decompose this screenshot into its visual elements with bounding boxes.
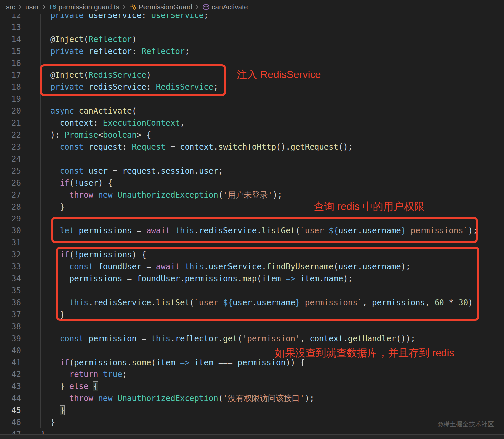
code-line-content: this.redisService.listSet(`user_${user.u… (41, 297, 473, 309)
code-line[interactable]: 33 const foundUser = await this.userServ… (0, 261, 504, 273)
line-number[interactable]: 39 (0, 333, 21, 345)
code-line-content: const request: Request = context.switchT… (41, 141, 353, 153)
line-number[interactable]: 35 (0, 285, 21, 297)
code-line[interactable]: 22 ): Promise<boolean> { (0, 129, 504, 141)
code-line-content: ): Promise<boolean> { (41, 129, 151, 141)
line-number[interactable]: 32 (0, 249, 21, 261)
line-number[interactable]: 38 (0, 321, 21, 333)
code-line-content: @Inject(RedisService) (41, 69, 151, 81)
chevron-right-icon (122, 4, 127, 10)
breadcrumb-item-permissionguard[interactable]: PermissionGuard (129, 3, 192, 11)
line-number[interactable]: 15 (0, 45, 21, 57)
code-line[interactable]: 34 permissions = foundUser.permissions.m… (0, 273, 504, 285)
line-number[interactable]: 19 (0, 93, 21, 105)
code-line-content: context: ExecutionContext, (41, 117, 185, 129)
typescript-file-icon: TS (49, 4, 57, 10)
code-line-content: return true; (41, 368, 127, 380)
code-line-content: const foundUser = await this.userService… (41, 261, 411, 273)
line-number[interactable]: 41 (0, 357, 21, 368)
breadcrumb-label: src (6, 3, 15, 11)
breadcrumb-label: user (25, 3, 39, 11)
code-line-content: @Inject(Reflector) (41, 33, 137, 45)
code-line-content: throw new UnauthorizedException('用户未登录')… (41, 189, 282, 201)
line-number[interactable]: 30 (0, 225, 21, 237)
line-number[interactable]: 29 (0, 213, 21, 225)
line-number[interactable]: 42 (0, 368, 21, 380)
line-number[interactable]: 43 (0, 380, 21, 392)
code-line[interactable]: 28 } (0, 201, 504, 213)
code-line[interactable]: 44 throw new UnauthorizedException('没有权限… (0, 392, 504, 404)
breadcrumb-label: canActivate (212, 3, 248, 11)
breadcrumb-item-permission-guard-ts[interactable]: TSpermission.guard.ts (49, 3, 119, 11)
code-line[interactable]: 13 (0, 21, 504, 33)
code-line[interactable]: 29 (0, 213, 504, 225)
line-number[interactable]: 37 (0, 309, 21, 321)
code-line-content: } (41, 404, 64, 416)
line-number[interactable]: 46 (0, 416, 21, 428)
code-line-content: if(!user) { (41, 177, 113, 189)
code-line[interactable]: 31 (0, 237, 504, 249)
editor-bottom-divider (0, 434, 504, 439)
line-number[interactable]: 17 (0, 69, 21, 81)
code-line[interactable]: 39 const permission = this.reflector.get… (0, 333, 504, 345)
code-line[interactable]: 15 private reflector: Reflector; (0, 45, 504, 57)
code-line-content: } (41, 309, 64, 321)
code-line[interactable]: 19 (0, 93, 504, 105)
code-line[interactable]: 27 throw new UnauthorizedException('用户未登… (0, 189, 504, 201)
code-line-content: } (41, 201, 64, 213)
code-line[interactable]: 23 const request: Request = context.swit… (0, 141, 504, 153)
code-line[interactable]: 20 async canActivate( (0, 105, 504, 117)
line-number[interactable]: 34 (0, 273, 21, 285)
line-number[interactable]: 14 (0, 33, 21, 45)
line-number[interactable]: 44 (0, 392, 21, 404)
line-number[interactable]: 26 (0, 177, 21, 189)
code-line-content: const user = request.session.user; (41, 165, 223, 177)
line-number[interactable]: 40 (0, 345, 21, 357)
line-number[interactable]: 22 (0, 129, 21, 141)
code-line[interactable]: 18 private redisService: RedisService; (0, 81, 504, 93)
line-number[interactable]: 45 (0, 404, 21, 416)
code-line-content: permissions = foundUser.permissions.map(… (41, 273, 353, 285)
line-number[interactable]: 18 (0, 81, 21, 93)
code-line[interactable]: 32 if(!permissions) { (0, 249, 504, 261)
code-line-content: async canActivate( (41, 105, 137, 117)
code-line[interactable]: 14 @Inject(Reflector) (0, 33, 504, 45)
line-number[interactable]: 25 (0, 165, 21, 177)
breadcrumb-label: PermissionGuard (139, 3, 192, 11)
code-line[interactable]: 46 } (0, 416, 504, 428)
code-line[interactable]: 35 (0, 285, 504, 297)
breadcrumb-item-canactivate[interactable]: canActivate (202, 3, 248, 11)
code-line[interactable]: 30 let permissions = await this.redisSer… (0, 225, 504, 237)
code-line[interactable]: 16 (0, 57, 504, 69)
line-number[interactable]: 31 (0, 237, 21, 249)
breadcrumb-label: permission.guard.ts (59, 3, 119, 11)
line-number[interactable]: 27 (0, 189, 21, 201)
code-line[interactable]: 25 const user = request.session.user; (0, 165, 504, 177)
line-number[interactable]: 28 (0, 201, 21, 213)
code-line[interactable]: 24 (0, 153, 504, 165)
code-line[interactable]: 21 context: ExecutionContext, (0, 117, 504, 129)
breadcrumb-item-user[interactable]: user (25, 3, 39, 11)
line-number[interactable]: 20 (0, 105, 21, 117)
line-number[interactable]: 21 (0, 117, 21, 129)
line-number[interactable]: 16 (0, 57, 21, 69)
code-line[interactable]: 26 if(!user) { (0, 177, 504, 189)
line-number[interactable]: 23 (0, 141, 21, 153)
code-line-content: const permission = this.reflector.get('p… (41, 333, 415, 345)
code-line[interactable]: 36 this.redisService.listSet(`user_${use… (0, 297, 504, 309)
line-number[interactable]: 33 (0, 261, 21, 273)
code-line-content: } (41, 416, 55, 428)
line-number[interactable]: 24 (0, 153, 21, 165)
line-number[interactable]: 36 (0, 297, 21, 309)
class-symbol-icon (129, 3, 137, 11)
code-line[interactable]: 38 (0, 321, 504, 333)
line-number[interactable]: 13 (0, 21, 21, 33)
code-line-content: if(permissions.some(item => item === per… (41, 357, 305, 368)
breadcrumb-item-src[interactable]: src (6, 3, 15, 11)
code-line[interactable]: 42 return true; (0, 368, 504, 380)
code-line-content: let permissions = await this.redisServic… (41, 225, 478, 237)
code-line[interactable]: 43 } else { (0, 380, 504, 392)
code-line[interactable]: 45 } (0, 404, 504, 416)
code-line-content: private reflector: Reflector; (41, 45, 189, 57)
code-line[interactable]: 37 } (0, 309, 504, 321)
